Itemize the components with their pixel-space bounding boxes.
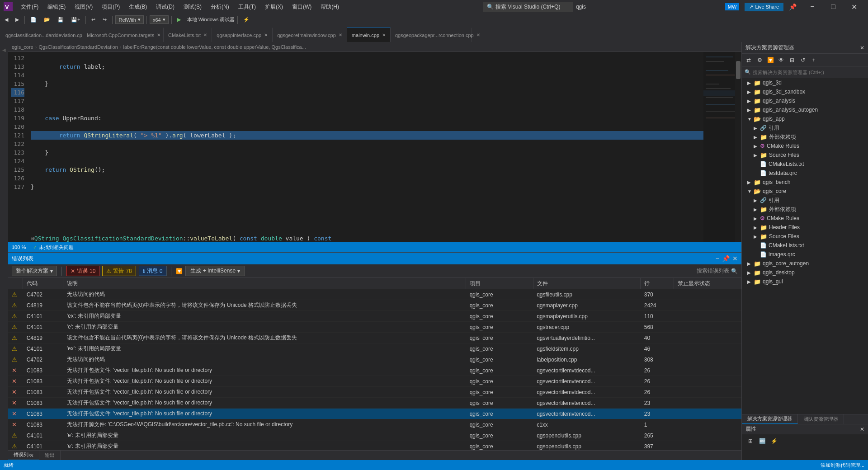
live-share-button[interactable]: ↗ Live Share bbox=[745, 3, 783, 11]
tree-item-ref2[interactable]: ▶ 🔗 引用 bbox=[742, 196, 868, 205]
panel-tab-output[interactable]: 输出 bbox=[39, 451, 61, 461]
tab-qgsgeoref[interactable]: qgsgeorefmainwindow.cpp ✕ bbox=[273, 28, 347, 42]
tab-qgsgeopackage[interactable]: qgsgeopackagepr...rconnection.cpp ✕ bbox=[391, 28, 472, 42]
nav-back-btn[interactable]: ◀ bbox=[2, 16, 11, 24]
tree-item-headerfiles[interactable]: ▶ 📁 Header Files bbox=[742, 223, 868, 232]
tree-item-qgiscore[interactable]: ▼ 📂 qgis_core bbox=[742, 187, 868, 196]
se-collapse-btn[interactable]: ⊟ bbox=[787, 55, 797, 65]
se-close-btn[interactable]: ✕ bbox=[860, 45, 864, 51]
table-row[interactable]: ✕ C1083 无法打开包括文件: 'vector_tile.pb.h': No… bbox=[8, 409, 741, 419]
maximize-button[interactable]: □ bbox=[823, 0, 844, 14]
table-row[interactable]: ⚠ C4101 'ex': 未引用的局部变量 qgis_core qgsfiel… bbox=[8, 343, 741, 354]
col-header-suppress[interactable]: 禁止显示状态 bbox=[674, 278, 741, 289]
tab-cppcmmon[interactable]: Microsoft.CppCommon.targets ✕ bbox=[82, 28, 164, 42]
minimize-button[interactable]: − bbox=[802, 0, 823, 14]
menu-debug[interactable]: 调试(D) bbox=[151, 1, 179, 13]
bc-function[interactable]: labelForRange(const double lowerValue, c… bbox=[123, 44, 306, 50]
table-row[interactable]: ⚠ C4101 'e': 未引用的局部变量 qgis_core qgsopenc… bbox=[8, 430, 741, 441]
table-row[interactable]: ✕ C1083 无法打开包括文件: 'vector_tile.pb.h': No… bbox=[8, 387, 741, 398]
menu-build[interactable]: 生成(B) bbox=[124, 1, 151, 13]
platform-dropdown[interactable]: x64 ▾ bbox=[150, 15, 169, 24]
close-button[interactable]: ✕ bbox=[844, 0, 864, 14]
code-content[interactable]: return label; } case UpperBound: return … bbox=[27, 52, 703, 242]
menu-help[interactable]: 帮助(H) bbox=[316, 1, 344, 13]
menu-window[interactable]: 窗口(W) bbox=[288, 1, 316, 13]
tab-close[interactable]: ✕ bbox=[339, 33, 342, 38]
table-row[interactable]: ✕ C1083 无法打开源文件: 'C:\OSGeo4W\QGIS\build\… bbox=[8, 419, 741, 430]
tree-item-ref1[interactable]: ▶ 🔗 引用 bbox=[742, 123, 868, 132]
tree-item-qgis3dsandbox[interactable]: ▶ 📁 qgis_3d_sandbox bbox=[742, 87, 868, 96]
tab-close[interactable]: ✕ bbox=[382, 33, 386, 38]
tab-qgsappinterface[interactable]: qgsappinterface.cpp ✕ bbox=[212, 28, 273, 42]
table-row[interactable]: ⚠ C4101 'e': 未引用的局部变量 qgis_core qgsopenc… bbox=[8, 441, 741, 451]
col-header-file[interactable]: 文件 bbox=[533, 278, 641, 289]
tab-cmakelists[interactable]: CMakeLists.txt ✕ bbox=[164, 28, 212, 42]
error-filter-btn[interactable]: ✕ 错误 10 bbox=[66, 266, 99, 276]
save-all-btn[interactable]: 💾+ bbox=[68, 16, 83, 24]
pin-icon[interactable]: 📌 bbox=[789, 3, 797, 10]
tree-item-qgisdesktop[interactable]: ▶ 📁 qgis_desktop bbox=[742, 268, 868, 277]
tree-item-cmakerules2[interactable]: ▶ ⚙ CMake Rules bbox=[742, 214, 868, 223]
new-file-btn[interactable]: 📄 bbox=[28, 16, 39, 24]
tab-qgsclassification[interactable]: qgsclassification...darddeviation.cpp ✕ bbox=[1, 28, 82, 42]
tree-item-sourcefiles1[interactable]: ▶ 📁 Source Files bbox=[742, 150, 868, 160]
se-properties-btn[interactable]: ⚙ bbox=[755, 55, 764, 65]
panel-minimize-btn[interactable]: − bbox=[716, 255, 719, 262]
se-search-input[interactable] bbox=[753, 70, 865, 75]
tree-item-qgis3d[interactable]: ▶ 📁 qgis_3d bbox=[742, 78, 868, 87]
bc-file[interactable]: QgsClassificationStandardDeviation bbox=[38, 44, 118, 50]
properties-close-btn[interactable]: ✕ bbox=[860, 426, 864, 432]
tree-item-sourcefiles2[interactable]: ▶ 📁 Source Files bbox=[742, 232, 868, 241]
se-tab-team[interactable]: 团队资源管理器 bbox=[798, 414, 844, 424]
prop-sort-btn[interactable]: ⊞ bbox=[745, 436, 755, 446]
debug-config-dropdown[interactable]: RelWith ▾ bbox=[115, 15, 144, 24]
table-row[interactable]: ⚠ C4101 'ex': 未引用的局部变量 qgis_core qgsmapl… bbox=[8, 311, 741, 322]
tree-item-qgisbench[interactable]: ▶ 📁 qgis_bench bbox=[742, 178, 868, 187]
panel-pin-btn[interactable]: 📌 bbox=[722, 255, 730, 262]
menu-edit[interactable]: 编辑(E) bbox=[43, 1, 70, 13]
menu-analyze[interactable]: 分析(N) bbox=[206, 1, 234, 13]
table-row[interactable]: ✕ C1083 无法打开包括文件: 'vector_tile.pb.h': No… bbox=[8, 365, 741, 376]
tree-item-qgisapp[interactable]: ▼ 📂 qgis_app bbox=[742, 114, 868, 123]
table-row[interactable]: ✕ C1083 无法打开包括文件: 'vector_tile.pb.h': No… bbox=[8, 398, 741, 409]
warning-filter-btn[interactable]: ⚠ 警告 78 bbox=[102, 266, 136, 276]
table-row[interactable]: ⚠ C4101 'e': 未引用的局部变量 qgis_core qgstrace… bbox=[8, 322, 741, 333]
save-btn[interactable]: 💾 bbox=[55, 16, 66, 24]
col-header-code[interactable]: 代码 bbox=[23, 278, 63, 289]
table-row[interactable]: ⚠ C4702 无法访问的代码 qgis_core labelposition.… bbox=[8, 354, 741, 365]
menu-tools[interactable]: 工具(T) bbox=[234, 1, 260, 13]
tree-item-qgiscoreautogen[interactable]: ▶ 📁 qgis_core_autogen bbox=[742, 259, 868, 268]
table-row[interactable]: ⚠ C4819 该文件包含不能在当前代码页(0)中表示的字符，请将该文件保存为 … bbox=[8, 300, 741, 311]
start-debug-btn[interactable]: ▶ bbox=[175, 16, 184, 24]
table-row[interactable]: ⚠ C4819 该文件包含不能在当前代码页(0)中表示的字符，请将该文件保存为 … bbox=[8, 333, 741, 343]
editor-scrollbar[interactable] bbox=[735, 52, 741, 242]
source-control-label[interactable]: 添加到源代码管理... bbox=[821, 462, 864, 469]
tab-close[interactable]: ✕ bbox=[157, 33, 160, 38]
tree-item-qgisgui[interactable]: ▶ 📁 qgis_gui bbox=[742, 277, 868, 286]
redo-btn[interactable]: ↪ bbox=[100, 16, 109, 24]
se-tab-solution[interactable]: 解决方案资源管理器 bbox=[742, 414, 798, 424]
tree-item-cmakelists1[interactable]: 📄 CMakeLists.txt bbox=[742, 160, 868, 169]
tree-item-testdataqrc[interactable]: 📄 testdata.qrc bbox=[742, 169, 868, 178]
tab-close[interactable]: ✕ bbox=[203, 33, 207, 38]
panel-close-btn[interactable]: ✕ bbox=[732, 255, 738, 262]
message-filter-btn[interactable]: ℹ 消息 0 bbox=[139, 266, 167, 276]
se-preview-btn[interactable]: 👁 bbox=[776, 55, 786, 65]
tree-item-extdep2[interactable]: ▶ 📁 外部依赖项 bbox=[742, 205, 868, 214]
attach-btn[interactable]: ⚡ bbox=[241, 16, 252, 24]
menu-extensions[interactable]: 扩展(X) bbox=[260, 1, 288, 13]
undo-btn[interactable]: ↩ bbox=[89, 16, 98, 24]
prop-abc-btn[interactable]: 🔤 bbox=[757, 436, 767, 446]
menu-project[interactable]: 项目(P) bbox=[97, 1, 124, 13]
tab-close[interactable]: ✕ bbox=[264, 33, 268, 38]
search-box[interactable]: 🔍 搜索 Visual Studio (Ctrl+Q) bbox=[483, 2, 573, 12]
col-header-desc[interactable]: 说明 bbox=[63, 278, 466, 289]
menu-test[interactable]: 测试(S) bbox=[179, 1, 206, 13]
se-new-solution-btn[interactable]: + bbox=[809, 55, 819, 65]
error-table[interactable]: 代码 说明 项目 文件 行 禁止显示状态 ⚠ C4702 无法访问的代码 qgi… bbox=[8, 278, 741, 450]
col-header-project[interactable]: 项目 bbox=[466, 278, 533, 289]
build-dropdown[interactable]: 生成 + IntelliSense ▾ bbox=[185, 266, 245, 276]
tree-item-extdep1[interactable]: ▶ 📁 外部依赖项 bbox=[742, 132, 868, 141]
menu-view[interactable]: 视图(V) bbox=[70, 1, 97, 13]
table-row[interactable]: ⚠ C4702 无法访问的代码 qgis_core qgsfileutils.c… bbox=[8, 289, 741, 300]
